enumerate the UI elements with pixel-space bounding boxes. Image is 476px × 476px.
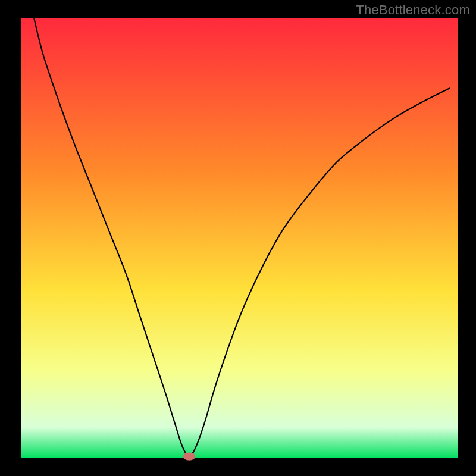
bottleneck-chart: TheBottleneck.com: [0, 0, 476, 476]
solution-point-marker: [183, 452, 196, 460]
watermark-text: TheBottleneck.com: [356, 2, 470, 18]
chart-canvas: [0, 0, 476, 476]
plot-area: [21, 18, 458, 458]
